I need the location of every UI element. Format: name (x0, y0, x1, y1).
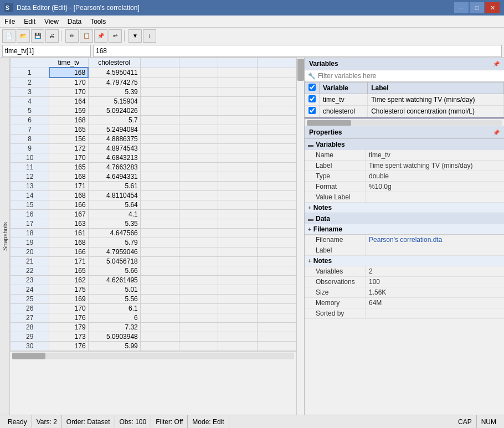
undo-button[interactable]: ↩ (109, 29, 122, 43)
cell-cholesterol[interactable]: 5.35 (88, 219, 140, 229)
cell-cholesterol[interactable]: 4.7959046 (88, 247, 140, 257)
cell-empty[interactable] (257, 78, 296, 87)
cell-empty[interactable] (257, 182, 296, 191)
table-row[interactable]: 251695.56 (11, 295, 296, 304)
table-row[interactable]: 191685.79 (11, 238, 296, 247)
cell-value[interactable]: 168 (93, 45, 502, 57)
cell-time-tv[interactable]: 173 (49, 332, 88, 342)
cell-empty[interactable] (179, 191, 218, 200)
cell-cholesterol[interactable]: 5.0903948 (88, 332, 140, 342)
table-row[interactable]: 171635.35 (11, 219, 296, 229)
table-row[interactable]: 51595.0924026 (11, 106, 296, 116)
cell-cholesterol[interactable]: 5.79 (88, 238, 140, 247)
h-scroll-track[interactable] (12, 353, 294, 359)
cell-empty[interactable] (140, 238, 179, 247)
h-scrollbar[interactable] (10, 351, 296, 360)
table-row[interactable]: 21704.7974275 (11, 78, 296, 87)
cell-empty[interactable] (257, 125, 296, 135)
cell-empty[interactable] (218, 163, 257, 172)
table-row[interactable]: 161674.1 (11, 210, 296, 219)
cell-empty[interactable] (140, 97, 179, 106)
cell-empty[interactable] (257, 144, 296, 153)
cell-empty[interactable] (140, 135, 179, 144)
cell-time-tv[interactable]: 168 (49, 172, 88, 182)
cell-empty[interactable] (179, 87, 218, 97)
cell-empty[interactable] (218, 182, 257, 191)
cell-empty[interactable] (257, 304, 296, 313)
menu-data[interactable]: Data (63, 17, 86, 27)
cell-cholesterol[interactable]: 5.39 (88, 87, 140, 97)
cell-empty[interactable] (140, 78, 179, 87)
table-row[interactable]: 261706.1 (11, 304, 296, 313)
variable-checkbox[interactable] (308, 95, 316, 102)
new-button[interactable]: 📄 (2, 29, 16, 43)
variable-row[interactable]: cholesterolCholesterol concentration (mm… (305, 106, 504, 117)
cell-empty[interactable] (257, 87, 296, 97)
select-all-checkbox[interactable] (308, 84, 316, 91)
cell-empty[interactable] (140, 163, 179, 172)
cell-empty[interactable] (257, 135, 296, 144)
cell-cholesterol[interactable]: 4.5950411 (88, 68, 140, 78)
maximize-button[interactable]: □ (470, 2, 484, 13)
cell-time-tv[interactable]: 171 (49, 182, 88, 191)
cell-empty[interactable] (218, 172, 257, 182)
expand-notes-inline-icon[interactable]: + (308, 226, 311, 233)
cell-cholesterol[interactable]: 4.7974275 (88, 78, 140, 87)
cell-time-tv[interactable]: 165 (49, 266, 88, 276)
cell-time-tv[interactable]: 159 (49, 106, 88, 116)
cell-cholesterol[interactable]: 6 (88, 313, 140, 323)
expand-notes1-icon[interactable]: + (308, 205, 311, 211)
cell-empty[interactable] (218, 97, 257, 106)
cell-cholesterol[interactable]: 4.8974543 (88, 144, 140, 153)
cell-cholesterol[interactable]: 4.8886375 (88, 135, 140, 144)
cell-empty[interactable] (140, 172, 179, 182)
cell-empty[interactable] (257, 210, 296, 219)
cell-empty[interactable] (218, 135, 257, 144)
cell-empty[interactable] (179, 182, 218, 191)
cell-empty[interactable] (218, 87, 257, 97)
cell-empty[interactable] (179, 135, 218, 144)
table-row[interactable]: 11684.5950411 (11, 68, 296, 78)
cell-empty[interactable] (140, 106, 179, 116)
cell-empty[interactable] (257, 332, 296, 342)
cell-empty[interactable] (179, 172, 218, 182)
table-row[interactable]: 291735.0903948 (11, 332, 296, 342)
cell-empty[interactable] (218, 323, 257, 332)
cell-empty[interactable] (218, 200, 257, 210)
edit-button[interactable]: ✏ (65, 29, 79, 43)
cell-empty[interactable] (257, 219, 296, 229)
cell-cholesterol[interactable]: 6.1 (88, 304, 140, 313)
cell-empty[interactable] (140, 313, 179, 323)
properties-pin-icon[interactable]: 📌 (493, 130, 500, 136)
cell-empty[interactable] (218, 125, 257, 135)
cell-empty[interactable] (179, 219, 218, 229)
table-row[interactable]: 61685.7 (11, 116, 296, 125)
cell-empty[interactable] (257, 285, 296, 295)
minimize-button[interactable]: ─ (454, 2, 469, 13)
cell-empty[interactable] (140, 304, 179, 313)
cell-empty[interactable] (179, 342, 218, 351)
data-grid-scroll[interactable]: time_tv cholesterol 11684.595041121704.7… (10, 58, 296, 351)
panel-h-scroll-track[interactable] (307, 120, 502, 126)
cell-cholesterol[interactable]: 5.0456718 (88, 257, 140, 266)
open-button[interactable]: 📂 (17, 29, 30, 43)
cell-empty[interactable] (179, 200, 218, 210)
cell-empty[interactable] (140, 182, 179, 191)
cell-empty[interactable] (257, 247, 296, 257)
cell-cholesterol[interactable]: 4.1 (88, 210, 140, 219)
cell-empty[interactable] (218, 276, 257, 285)
table-row[interactable]: 301765.99 (11, 342, 296, 351)
cell-empty[interactable] (179, 285, 218, 295)
var-variable-header[interactable]: Variable (320, 82, 368, 94)
cell-cholesterol[interactable]: 5.0924026 (88, 106, 140, 116)
cell-empty[interactable] (140, 229, 179, 238)
sort-button[interactable]: ↕ (143, 29, 156, 43)
cell-empty[interactable] (218, 313, 257, 323)
cell-reference[interactable]: time_tv[1] (2, 45, 91, 57)
cell-empty[interactable] (140, 87, 179, 97)
cell-empty[interactable] (257, 266, 296, 276)
cell-empty[interactable] (179, 323, 218, 332)
cell-empty[interactable] (140, 285, 179, 295)
properties-panel[interactable]: Properties 📌 ▬ Variables Name time_tv La… (305, 126, 504, 415)
cell-empty[interactable] (257, 295, 296, 304)
